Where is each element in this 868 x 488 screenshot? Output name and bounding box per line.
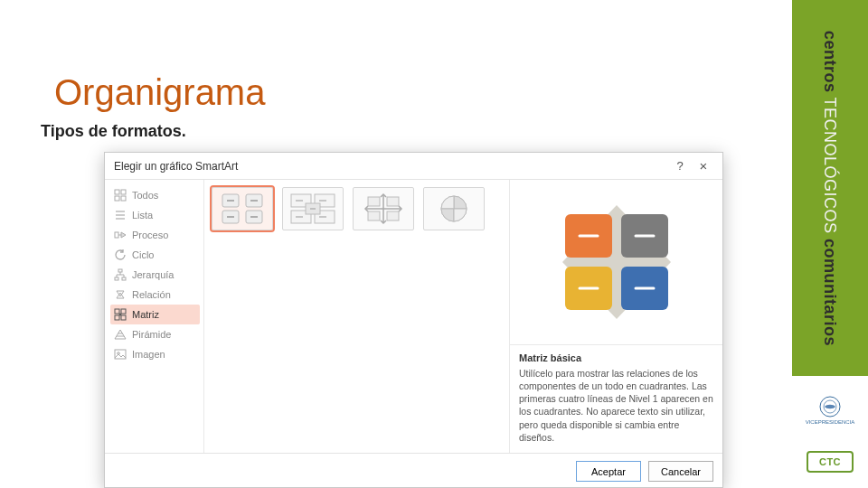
svg-rect-9 xyxy=(118,269,122,272)
category-item-proceso[interactable]: Proceso xyxy=(110,225,200,245)
svg-rect-11 xyxy=(122,277,126,280)
svg-rect-7 xyxy=(115,232,118,238)
accept-button[interactable]: Aceptar xyxy=(576,461,641,482)
image-icon xyxy=(114,348,127,361)
category-label: Lista xyxy=(132,210,153,221)
hierarchy-icon xyxy=(114,268,127,281)
svg-rect-47 xyxy=(387,211,399,221)
preview-description: Utilícelo para mostrar las relaciones de… xyxy=(519,367,713,444)
pyramid-icon xyxy=(114,328,127,341)
svg-rect-46 xyxy=(368,211,380,221)
category-item-todos[interactable]: Todos xyxy=(110,185,200,205)
svg-rect-3 xyxy=(121,196,126,201)
category-label: Jerarquía xyxy=(132,269,174,280)
preview-image xyxy=(510,180,722,344)
svg-rect-2 xyxy=(115,196,119,201)
sidebar: centros TECNOLÓGICOS comunitarios VICEPR… xyxy=(792,0,868,488)
svg-rect-10 xyxy=(115,277,118,280)
vicepresidencia-logo: VICEPRESIDENCIA xyxy=(801,392,859,428)
preview-text: Matriz básica Utilícelo para mostrar las… xyxy=(510,344,722,453)
dialog-footer: Aceptar Cancelar xyxy=(105,453,722,488)
relation-icon xyxy=(114,288,127,301)
ctc-text: CTC xyxy=(819,456,841,467)
main-content: Organigrama Tipos de formatos. Elegir un… xyxy=(0,0,792,488)
svg-rect-45 xyxy=(387,197,399,206)
svg-rect-1 xyxy=(121,190,126,194)
svg-marker-13 xyxy=(117,291,124,296)
svg-rect-0 xyxy=(115,190,119,194)
sidebar-label-com: comunitarios xyxy=(822,239,840,346)
svg-rect-17 xyxy=(121,315,126,320)
preview-title: Matriz básica xyxy=(519,352,713,363)
category-label: Todos xyxy=(132,190,158,201)
category-item-imagen[interactable]: Imagen xyxy=(110,344,200,364)
svg-point-18 xyxy=(119,314,121,315)
dialog-body: Todos Lista Proceso xyxy=(105,180,722,453)
category-item-jerarquia[interactable]: Jerarquía xyxy=(110,265,200,285)
layout-thumb-cycle-matrix[interactable] xyxy=(423,187,485,230)
category-item-matriz[interactable]: Matriz xyxy=(110,305,200,324)
category-label: Relación xyxy=(132,289,171,300)
svg-rect-44 xyxy=(368,197,380,206)
svg-rect-22 xyxy=(115,350,126,359)
category-item-relacion[interactable]: Relación xyxy=(110,285,200,305)
category-label: Ciclo xyxy=(132,249,154,260)
svg-rect-14 xyxy=(115,309,119,314)
category-list: Todos Lista Proceso xyxy=(105,180,204,453)
ctc-logo: CTC xyxy=(807,451,854,473)
cancel-button[interactable]: Cancelar xyxy=(648,461,713,482)
dialog-title: Elegir un gráfico SmartArt xyxy=(114,160,668,173)
svg-rect-15 xyxy=(121,309,126,314)
svg-marker-19 xyxy=(115,330,126,339)
sidebar-label-bold: centros xyxy=(822,30,840,92)
vicepresidencia-text: VICEPRESIDENCIA xyxy=(806,419,855,425)
page-subtitle: Tipos de formatos. xyxy=(41,122,186,141)
slide: Organigrama Tipos de formatos. Elegir un… xyxy=(0,0,868,488)
sidebar-logos: VICEPRESIDENCIA CTC xyxy=(792,376,868,488)
page-title: Organigrama xyxy=(54,72,265,113)
smartart-dialog: Elegir un gráfico SmartArt ? × Todos xyxy=(104,152,723,488)
category-label: Proceso xyxy=(132,230,168,240)
process-icon xyxy=(114,229,127,241)
category-item-ciclo[interactable]: Ciclo xyxy=(110,245,200,265)
preview-pane: Matriz básica Utilícelo para mostrar las… xyxy=(509,180,722,453)
list-icon xyxy=(114,209,127,221)
category-item-lista[interactable]: Lista xyxy=(110,205,200,225)
layout-thumb-grid-matrix[interactable] xyxy=(353,187,414,230)
matrix-icon xyxy=(114,308,127,321)
layout-thumb-titled-matrix[interactable] xyxy=(282,187,344,230)
category-label: Imagen xyxy=(132,349,165,360)
sidebar-banner: centros TECNOLÓGICOS comunitarios xyxy=(792,0,868,376)
category-item-piramide[interactable]: Pirámide xyxy=(110,324,200,344)
layout-gallery xyxy=(204,180,509,453)
svg-marker-12 xyxy=(117,293,124,298)
dialog-titlebar: Elegir un gráfico SmartArt ? × xyxy=(105,153,722,180)
svg-marker-8 xyxy=(121,232,126,238)
layout-thumb-basic-matrix[interactable] xyxy=(212,187,273,230)
svg-rect-16 xyxy=(115,315,119,320)
sidebar-label: centros TECNOLÓGICOS comunitarios xyxy=(821,30,840,345)
category-label: Matriz xyxy=(132,309,159,320)
category-label: Pirámide xyxy=(132,329,171,340)
close-button[interactable]: × xyxy=(692,158,715,174)
cycle-icon xyxy=(114,249,127,261)
help-button[interactable]: ? xyxy=(668,159,692,173)
grid-icon xyxy=(114,189,127,202)
sidebar-label-tech: TECNOLÓGICOS xyxy=(822,92,840,239)
